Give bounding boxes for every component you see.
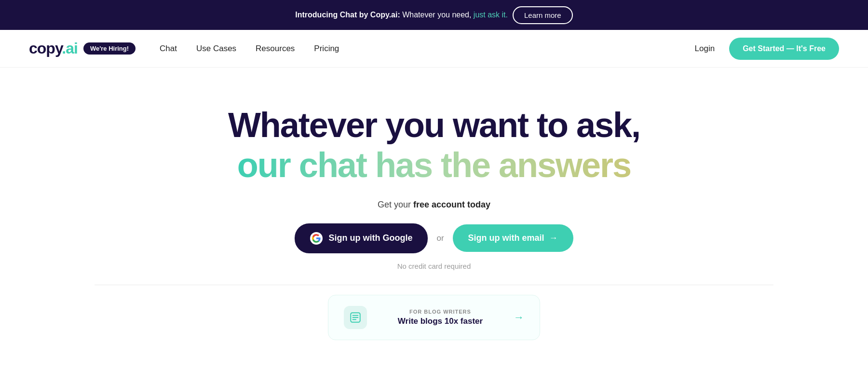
blog-card-icon	[344, 306, 367, 329]
blog-card[interactable]: For Blog Writers Write blogs 10x faster …	[328, 295, 540, 340]
nav-resources[interactable]: Resources	[256, 44, 295, 54]
logo-prefix: copy	[29, 40, 62, 57]
or-separator: or	[436, 234, 444, 243]
hero-title-text2: our chat has the answers	[237, 146, 631, 184]
banner-intro: Introducing Chat by Copy.ai:	[295, 11, 400, 19]
login-link[interactable]: Login	[695, 44, 715, 54]
hiring-badge[interactable]: We're Hiring!	[83, 42, 136, 55]
hero-title-text1: Whatever you want to ask,	[228, 106, 640, 144]
arrow-icon: →	[549, 233, 558, 243]
navigation: copy.ai We're Hiring! Chat Use Cases Res…	[0, 30, 868, 68]
nav-pricing[interactable]: Pricing	[314, 44, 339, 54]
hero-subtitle-bold: free account today	[413, 200, 490, 209]
hero-subtitle: Get your free account today	[378, 200, 490, 210]
blog-card-title: Write blogs 10x faster	[377, 317, 504, 326]
blog-card-section: For Blog Writers Write blogs 10x faster …	[328, 285, 540, 350]
logo-suffix: .ai	[62, 40, 78, 57]
nav-chat[interactable]: Chat	[160, 44, 177, 54]
blog-card-tag: For Blog Writers	[377, 309, 504, 315]
banner-text: Introducing Chat by Copy.ai: Whatever yo…	[295, 11, 508, 19]
get-started-button[interactable]: Get Started — It's Free	[729, 38, 839, 60]
nav-use-cases[interactable]: Use Cases	[196, 44, 236, 54]
hero-title-line1: Whatever you want to ask,	[228, 106, 640, 144]
email-signup-button[interactable]: Sign up with email →	[453, 224, 573, 252]
top-banner: Introducing Chat by Copy.ai: Whatever yo…	[0, 0, 868, 30]
blog-card-content: For Blog Writers Write blogs 10x faster	[377, 309, 504, 326]
banner-highlight: just ask it.	[474, 11, 508, 19]
cta-row: Sign up with Google or Sign up with emai…	[295, 223, 573, 253]
email-signup-label: Sign up with email	[468, 233, 544, 243]
hero-section: Whatever you want to ask, our chat has t…	[0, 68, 868, 369]
google-signup-button[interactable]: Sign up with Google	[295, 223, 428, 253]
logo: copy.ai	[29, 40, 78, 57]
banner-body: Whatever you need,	[402, 11, 474, 19]
hero-title-line2: our chat has the answers	[237, 144, 631, 186]
blog-card-arrow-icon: →	[514, 311, 524, 324]
logo-container[interactable]: copy.ai We're Hiring!	[29, 40, 136, 57]
google-icon	[310, 232, 323, 245]
no-credit-text: No credit card required	[397, 262, 471, 270]
nav-right: Login Get Started — It's Free	[695, 38, 839, 60]
learn-more-button[interactable]: Learn more	[513, 6, 573, 24]
google-signup-label: Sign up with Google	[328, 233, 412, 243]
nav-links: Chat Use Cases Resources Pricing	[160, 44, 695, 54]
hero-subtitle-prefix: Get your	[378, 200, 413, 209]
